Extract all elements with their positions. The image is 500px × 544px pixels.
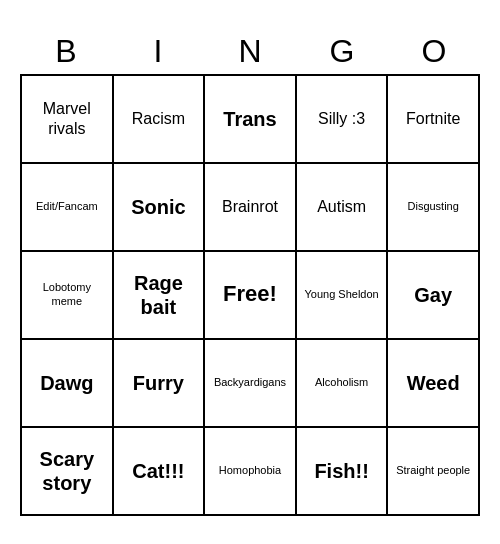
bingo-cell-r2-c3: Young Sheldon — [297, 252, 389, 340]
bingo-cell-r1-c0: Edit/Fancam — [22, 164, 114, 252]
bingo-cell-r3-c3: Alcoholism — [297, 340, 389, 428]
bingo-letter: G — [298, 33, 386, 70]
bingo-cell-r3-c0: Dawg — [22, 340, 114, 428]
bingo-cell-r1-c4: Disgusting — [388, 164, 480, 252]
bingo-cell-r0-c3: Silly :3 — [297, 76, 389, 164]
bingo-letter: O — [390, 33, 478, 70]
bingo-cell-r0-c1: Racism — [114, 76, 206, 164]
bingo-cell-r2-c1: Rage bait — [114, 252, 206, 340]
bingo-cell-r2-c2: Free! — [205, 252, 297, 340]
bingo-cell-r4-c2: Homophobia — [205, 428, 297, 516]
bingo-cell-r4-c1: Cat!!! — [114, 428, 206, 516]
bingo-cell-r4-c0: Scary story — [22, 428, 114, 516]
bingo-cell-r3-c1: Furry — [114, 340, 206, 428]
bingo-cell-r1-c2: Brainrot — [205, 164, 297, 252]
bingo-card: BINGO Marvel rivalsRacismTransSilly :3Fo… — [20, 29, 480, 516]
bingo-cell-r3-c4: Weed — [388, 340, 480, 428]
bingo-cell-r0-c0: Marvel rivals — [22, 76, 114, 164]
bingo-letter: I — [114, 33, 202, 70]
bingo-cell-r0-c4: Fortnite — [388, 76, 480, 164]
bingo-header: BINGO — [20, 29, 480, 74]
bingo-cell-r1-c1: Sonic — [114, 164, 206, 252]
bingo-letter: N — [206, 33, 294, 70]
bingo-cell-r1-c3: Autism — [297, 164, 389, 252]
bingo-grid: Marvel rivalsRacismTransSilly :3Fortnite… — [20, 74, 480, 516]
bingo-cell-r2-c0: Lobotomy meme — [22, 252, 114, 340]
bingo-letter: B — [22, 33, 110, 70]
bingo-cell-r3-c2: Backyardigans — [205, 340, 297, 428]
bingo-cell-r0-c2: Trans — [205, 76, 297, 164]
bingo-cell-r2-c4: Gay — [388, 252, 480, 340]
bingo-cell-r4-c3: Fish!! — [297, 428, 389, 516]
bingo-cell-r4-c4: Straight people — [388, 428, 480, 516]
